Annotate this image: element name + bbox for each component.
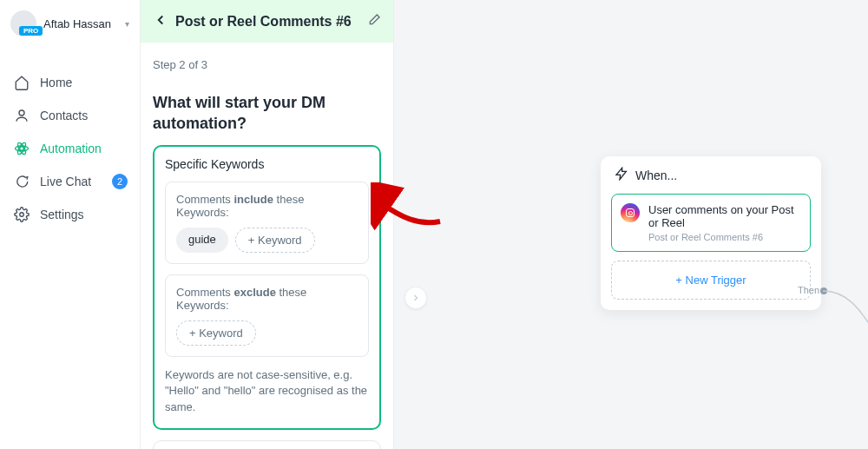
- gear-icon: [14, 207, 30, 222]
- panel-title: Post or Reel Comments #6: [175, 14, 360, 30]
- svg-point-1: [20, 147, 24, 151]
- keywords-hint: Keywords are not case-sensitive, e.g. "H…: [165, 367, 369, 417]
- sidebar-item-contacts[interactable]: Contacts: [0, 99, 140, 132]
- include-label: Comments include these Keywords:: [176, 193, 358, 219]
- sidebar-item-label: Home: [40, 76, 72, 89]
- when-label: When...: [635, 168, 677, 182]
- include-keywords-box: Comments include these Keywords: guide +…: [165, 182, 369, 264]
- instagram-icon: [621, 203, 640, 222]
- back-button[interactable]: [153, 12, 168, 30]
- sidebar-item-label: Settings: [40, 208, 84, 221]
- add-keyword-button[interactable]: + Keyword: [235, 228, 315, 253]
- chat-icon: [14, 174, 30, 189]
- option-specific-keywords[interactable]: Specific Keywords Comments include these…: [153, 145, 381, 431]
- contacts-icon: [14, 108, 30, 123]
- trigger-title: User comments on your Post or Reel: [648, 203, 801, 229]
- trigger-card[interactable]: User comments on your Post or Reel Post …: [611, 194, 811, 252]
- unread-badge: 2: [112, 174, 128, 189]
- option-any-comment[interactable]: Any comment: [153, 440, 381, 449]
- flow-canvas[interactable]: When... User comments on your Post or Re…: [394, 0, 868, 449]
- sidebar-item-settings[interactable]: Settings: [0, 198, 140, 231]
- sidebar-item-home[interactable]: Home: [0, 66, 140, 99]
- home-icon: [14, 75, 30, 90]
- svg-point-5: [20, 213, 24, 217]
- then-label: Then: [798, 285, 819, 295]
- config-panel: Post or Reel Comments #6 Step 2 of 3 Wha…: [141, 0, 394, 449]
- chevron-down-icon: ▾: [125, 19, 129, 29]
- pro-badge: PRO: [19, 26, 43, 36]
- exclude-label: Comments exclude these Keywords:: [176, 286, 358, 312]
- rename-button[interactable]: [367, 13, 381, 30]
- sidebar-item-live-chat[interactable]: Live Chat 2: [0, 165, 140, 198]
- panel-scroll-button[interactable]: [404, 287, 427, 309]
- trigger-subtitle: Post or Reel Comments #6: [648, 232, 801, 242]
- svg-point-0: [19, 110, 24, 116]
- option-title: Specific Keywords: [165, 157, 369, 171]
- automation-icon: [14, 141, 30, 156]
- keyword-chip[interactable]: guide: [176, 228, 228, 253]
- sidebar-item-label: Contacts: [40, 109, 88, 122]
- sidebar-item-label: Automation: [40, 142, 102, 155]
- panel-header: Post or Reel Comments #6: [141, 0, 393, 43]
- add-keyword-button[interactable]: + Keyword: [176, 320, 256, 346]
- step-question: What will start your DM automation?: [153, 92, 381, 135]
- sidebar-item-label: Live Chat: [40, 175, 91, 188]
- connector-line: [821, 288, 868, 332]
- sidebar-item-automation[interactable]: Automation: [0, 132, 140, 165]
- nav: Home Contacts Automation Live Chat 2 S: [0, 66, 140, 231]
- exclude-keywords-box: Comments exclude these Keywords: + Keywo…: [165, 274, 369, 357]
- user-name: Aftab Hassan: [43, 17, 118, 30]
- bolt-icon: [615, 167, 628, 183]
- connector-dot[interactable]: [820, 287, 827, 294]
- step-indicator: Step 2 of 3: [153, 58, 381, 71]
- sidebar: Aftab Hassan ▾ PRO Home Contacts Automat…: [0, 0, 141, 449]
- when-node[interactable]: When... User comments on your Post or Re…: [601, 156, 821, 310]
- add-trigger-button[interactable]: + New Trigger: [611, 261, 811, 300]
